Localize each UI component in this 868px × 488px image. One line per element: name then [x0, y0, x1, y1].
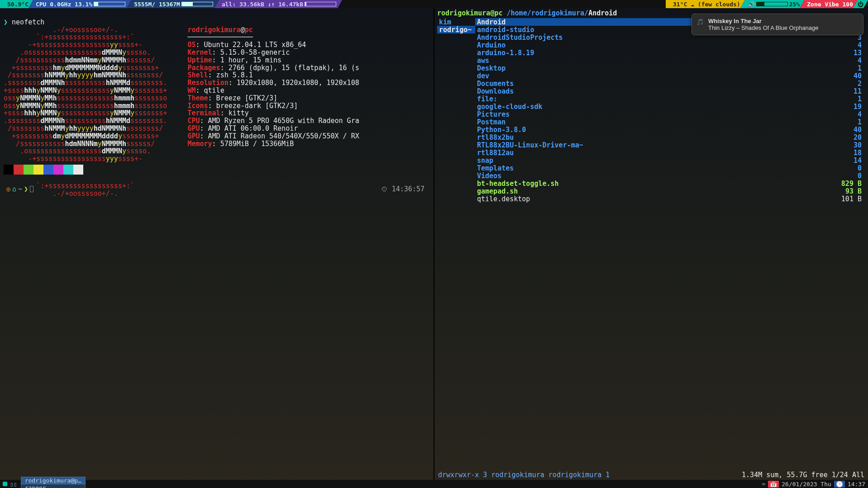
ranger-item[interactable]: RTL88x2BU-Linux-Driver-ma~30 — [475, 141, 863, 149]
ranger-parent-item[interactable]: kim — [437, 18, 475, 26]
terminal-right-ranger[interactable]: rodrigokimura@pc /home/rodrigokimura/And… — [434, 8, 868, 480]
ranger-item[interactable]: arduino-1.8.1913 — [475, 49, 863, 57]
ranger-item[interactable]: file:1 — [475, 95, 863, 103]
temp-chip: 50.9°C — [0, 0, 33, 8]
ranger-item[interactable]: Templates0 — [475, 164, 863, 172]
device-chip: Zone Vibe 100 — [800, 0, 858, 8]
command-neofetch: neofetch — [12, 18, 44, 26]
ranger-item[interactable]: google-cloud-sdk19 — [475, 103, 863, 110]
ranger-item[interactable]: Postman1 — [475, 118, 863, 126]
ranger-item[interactable]: gamepad.sh93 B — [475, 187, 863, 195]
time-text: 14:37 — [848, 481, 865, 488]
keyboard-indicator[interactable]: ⌨ — [762, 481, 765, 488]
taskbar-item[interactable]: rodrigokimura@p… — [21, 477, 86, 484]
ranger-item[interactable]: snap14 — [475, 156, 863, 164]
ranger-item[interactable]: bt-headset-toggle.sh829 B — [475, 180, 863, 187]
clock-icon: 🕑 — [834, 481, 845, 488]
prompt-clock: ⏲ 14:36:57 — [381, 185, 424, 193]
weather-chip: 31°C ☁ (few clouds) — [666, 0, 745, 8]
mem-chip: 5555M/ 15367M — [127, 0, 219, 8]
home-icon: ⌂ — [12, 185, 16, 193]
notif-subtitle: Thin Lizzy – Shades Of A Blue Orphanage — [708, 24, 858, 31]
prompt-path: ~ — [18, 185, 22, 193]
music-notification[interactable]: Whiskey In The Jar Thin Lizzy – Shades O… — [692, 14, 863, 35]
ranger-status-bar: drwxrwxr-x 3 rodrigokimura rodrigokimura… — [434, 470, 868, 480]
taskbar-item[interactable]: ranger — [21, 484, 86, 488]
ranger-item[interactable]: Pictures4 — [475, 110, 863, 118]
ranger-item[interactable]: rtl88x2bu20 — [475, 133, 863, 141]
ranger-item[interactable]: Arduino4 — [475, 41, 863, 49]
bottom-bar: ▯▯ rodrigokimura@p…ranger ⌨ 📅 26/01/2023… — [0, 480, 868, 488]
cpu-chip: CPU 0.0GHz 13.1% — [29, 0, 131, 8]
net-chip: all: 33.56kB ↓↑ 16.47kB — [215, 0, 342, 8]
top-status-bar: 50.9°C CPU 0.0GHz 13.1% 5555M/ 15367M al… — [0, 0, 868, 8]
layout-icon[interactable]: ▯▯ — [10, 481, 17, 488]
ranger-item[interactable]: dev40 — [475, 72, 863, 80]
workspace-indicator[interactable] — [3, 482, 7, 486]
ranger-item[interactable]: Downloads11 — [475, 87, 863, 95]
terminal-left[interactable]: ❯ neofetch .-/+oossssoo+/-. rodrigokimur… — [0, 8, 434, 480]
ranger-item[interactable]: Python-3.8.040 — [475, 126, 863, 133]
ranger-item[interactable]: rtl8812au18 — [475, 149, 863, 156]
ranger-parent-item[interactable]: rodrigo~ — [437, 26, 475, 33]
notif-title: Whiskey In The Jar — [708, 18, 858, 24]
ranger-item[interactable]: qtile.desktop101 B — [475, 195, 863, 203]
cursor — [30, 186, 33, 192]
ranger-item[interactable]: Videos0 — [475, 172, 863, 180]
date-text: 26/01/2023 Thu — [782, 481, 831, 488]
ranger-item[interactable]: Documents2 — [475, 80, 863, 87]
calendar-icon[interactable]: 📅 — [768, 481, 779, 488]
ubuntu-icon: ◎ — [6, 185, 10, 193]
ranger-item[interactable]: aws4 — [475, 57, 863, 64]
volume-chip[interactable]: 🔊25% — [740, 0, 804, 8]
ranger-item[interactable]: Desktop1 — [475, 64, 863, 72]
